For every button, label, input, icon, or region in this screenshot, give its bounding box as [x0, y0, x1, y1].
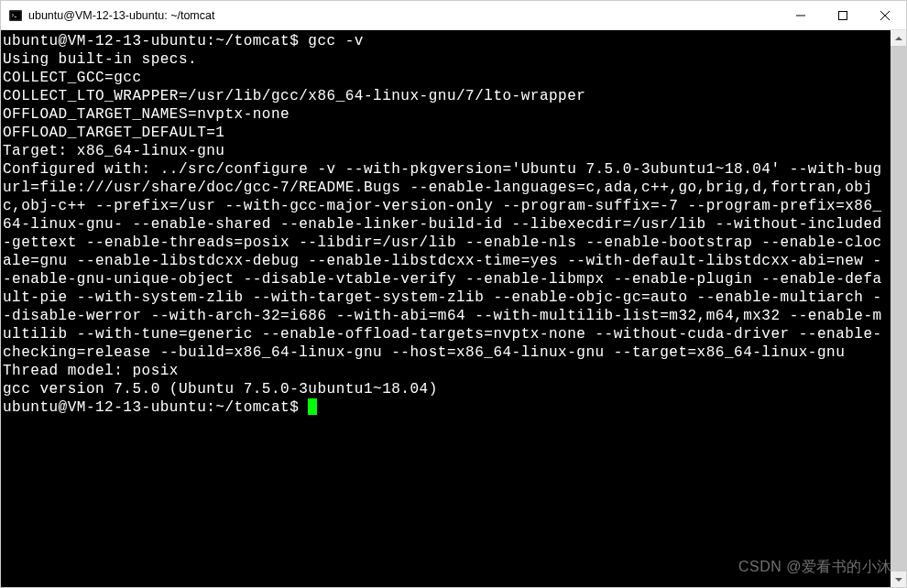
close-button[interactable] [864, 1, 906, 29]
output-line: Configured with: ../src/configure -v --w… [3, 161, 882, 361]
scroll-down-arrow-icon[interactable] [891, 572, 906, 587]
vertical-scrollbar[interactable] [891, 30, 906, 587]
output-line: OFFLOAD_TARGET_NAMES=nvptx-none [3, 106, 290, 123]
titlebar[interactable]: ubuntu@VM-12-13-ubuntu: ~/tomcat [1, 1, 906, 30]
terminal-wrap: ubuntu@VM-12-13-ubuntu:~/tomcat$ gcc -v … [1, 30, 906, 587]
maximize-button[interactable] [822, 1, 864, 29]
prompt-line: ubuntu@VM-12-13-ubuntu:~/tomcat$ [3, 33, 308, 49]
window-title: ubuntu@VM-12-13-ubuntu: ~/tomcat [28, 9, 780, 22]
scroll-track[interactable] [891, 46, 906, 572]
window-frame: ubuntu@VM-12-13-ubuntu: ~/tomcat ubuntu@… [0, 0, 907, 588]
output-line: OFFLOAD_TARGET_DEFAULT=1 [3, 125, 224, 141]
output-line: COLLECT_LTO_WRAPPER=/usr/lib/gcc/x86_64-… [3, 88, 585, 104]
minimize-button[interactable] [780, 1, 822, 29]
scroll-up-arrow-icon[interactable] [891, 30, 906, 46]
scroll-thumb[interactable] [891, 46, 906, 572]
svg-rect-4 [839, 11, 847, 19]
app-icon [8, 8, 23, 23]
svg-rect-1 [11, 11, 21, 19]
prompt-line: ubuntu@VM-12-13-ubuntu:~/tomcat$ [3, 399, 308, 416]
output-line: Thread model: posix [3, 363, 179, 379]
output-line: Using built-in specs. [3, 51, 197, 68]
output-line: Target: x86_64-linux-gnu [3, 143, 224, 159]
terminal[interactable]: ubuntu@VM-12-13-ubuntu:~/tomcat$ gcc -v … [1, 30, 891, 587]
output-line: COLLECT_GCC=gcc [3, 70, 142, 86]
window-controls [780, 1, 906, 29]
output-line: gcc version 7.5.0 (Ubuntu 7.5.0-3ubuntu1… [3, 381, 438, 397]
command-text: gcc -v [308, 33, 364, 49]
cursor-block [308, 398, 317, 415]
